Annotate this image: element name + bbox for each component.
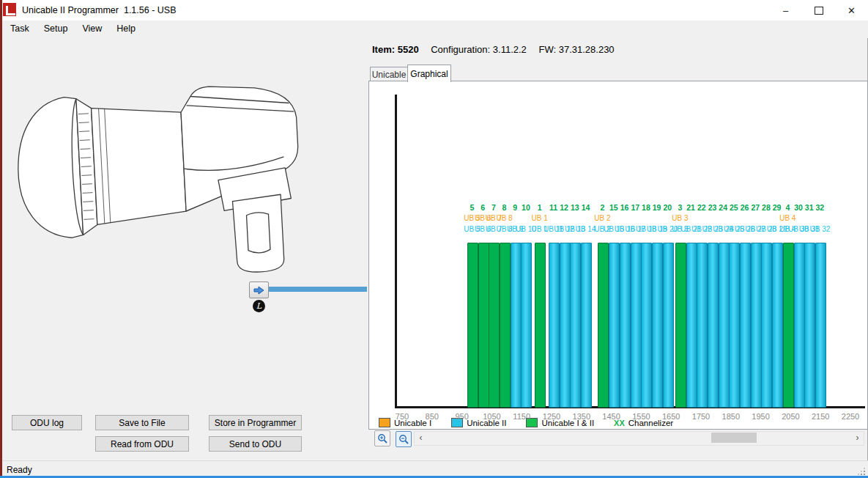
channelizer-number-26: 26 bbox=[741, 203, 749, 212]
axis-tick-label: 850 bbox=[426, 412, 439, 421]
channelizer-number-4: 4 bbox=[785, 203, 790, 212]
menu-bar: TaskSetupViewHelp bbox=[0, 21, 868, 38]
window-title: Unicable II Programmer 1.1.56 - USB bbox=[22, 5, 177, 15]
band-bar-ub14 bbox=[581, 243, 592, 408]
scroll-right-icon[interactable]: › bbox=[851, 432, 864, 444]
legend-swatch-icon bbox=[379, 418, 390, 427]
channelizer-number-9: 9 bbox=[513, 203, 517, 212]
unicable1-ub-label-8: UB 8 bbox=[496, 214, 512, 223]
band-bar-ub11 bbox=[549, 243, 560, 408]
axis-tick-label: 1350 bbox=[573, 412, 590, 421]
lnb-barrel bbox=[92, 103, 187, 224]
band-bar-ub23 bbox=[708, 243, 719, 408]
menu-item-setup[interactable]: Setup bbox=[37, 21, 75, 37]
zoom-out-icon bbox=[398, 434, 409, 445]
unicable1-ub-label-2: UB 2 bbox=[594, 214, 610, 223]
odu-log-button[interactable]: ODU log bbox=[12, 415, 82, 430]
status-text: Ready bbox=[7, 465, 32, 475]
axis-tick-label: 2050 bbox=[782, 412, 799, 421]
device-info-header: Item: 5520 Configuration: 3.11.2.2 FW: 3… bbox=[372, 44, 624, 55]
item-label: Item: bbox=[372, 44, 395, 55]
band-bar-ub22 bbox=[697, 243, 708, 408]
channelizer-number-22: 22 bbox=[697, 203, 706, 212]
maximize-icon[interactable] bbox=[802, 0, 835, 21]
channelizer-number-25: 25 bbox=[730, 203, 738, 212]
window-controls: – ✕ bbox=[769, 0, 868, 21]
band-bar-ub31 bbox=[804, 243, 815, 408]
resize-grip-icon[interactable] bbox=[856, 466, 865, 475]
band-bar-ub17 bbox=[631, 243, 642, 408]
title-bar: Unicable II Programmer 1.1.56 - USB – ✕ bbox=[0, 0, 868, 21]
channelizer-number-16: 16 bbox=[620, 203, 629, 212]
scrollbar-thumb[interactable] bbox=[711, 433, 757, 443]
zoom-in-icon bbox=[377, 433, 388, 444]
channelizer-number-12: 12 bbox=[560, 203, 568, 212]
axis-tick-label: 1650 bbox=[662, 412, 680, 421]
configuration-label: Configuration: bbox=[431, 44, 490, 55]
band-bar-ub4 bbox=[783, 243, 794, 408]
band-bar-ub25 bbox=[729, 243, 740, 408]
chart-horizontal-scrollbar[interactable]: ‹ › bbox=[414, 431, 864, 446]
band-bar-ub2 bbox=[598, 243, 609, 408]
channelizer-number-6: 6 bbox=[481, 203, 485, 212]
band-bar-ub30 bbox=[794, 243, 805, 408]
axis-tick-label: 950 bbox=[455, 412, 468, 421]
zoom-out-button[interactable] bbox=[396, 431, 412, 447]
arrow-right-icon bbox=[253, 286, 264, 295]
band-bar-ub27 bbox=[751, 243, 762, 408]
band-bar-ub15 bbox=[609, 243, 620, 408]
channelizer-number-13: 13 bbox=[571, 203, 579, 212]
read-from-odu-button[interactable]: Read from ODU bbox=[95, 436, 189, 452]
channelizer-number-30: 30 bbox=[794, 203, 803, 212]
channelizer-number-2: 2 bbox=[600, 203, 604, 212]
menu-item-help[interactable]: Help bbox=[109, 21, 143, 37]
band-bar-ub6 bbox=[478, 243, 489, 408]
save-to-file-button[interactable]: Save to File bbox=[95, 415, 189, 430]
axis-tick-label: 1850 bbox=[722, 412, 740, 421]
axis-tick-label: 750 bbox=[396, 412, 409, 421]
band-bar-ub20 bbox=[663, 243, 674, 408]
axis-tick-label: 1950 bbox=[752, 412, 769, 421]
send-to-odu-button[interactable]: Send to ODU bbox=[209, 436, 302, 452]
item-value: 5520 bbox=[398, 44, 419, 55]
unicable2-ub-label-32: UB 32 bbox=[809, 225, 830, 234]
channelizer-number-8: 8 bbox=[502, 203, 507, 212]
lnb-output-button[interactable] bbox=[249, 282, 269, 298]
axis-tick-label: 2250 bbox=[842, 412, 859, 421]
channelizer-number-14: 14 bbox=[582, 203, 590, 212]
minimize-icon[interactable]: – bbox=[769, 0, 802, 21]
window-edge-left bbox=[0, 0, 2, 478]
app-icon bbox=[3, 3, 16, 16]
zoom-in-button[interactable] bbox=[374, 430, 390, 446]
band-bar-ub8 bbox=[500, 243, 511, 408]
channelizer-number-7: 7 bbox=[492, 203, 496, 212]
lnb-port-l-badge: L bbox=[253, 300, 265, 312]
channelizer-number-20: 20 bbox=[663, 203, 672, 212]
channelizer-number-15: 15 bbox=[609, 203, 618, 212]
close-icon[interactable]: ✕ bbox=[835, 0, 868, 21]
band-bar-ub19 bbox=[652, 243, 663, 408]
tab-graphical[interactable]: Graphical bbox=[407, 65, 451, 82]
store-in-programmer-button[interactable]: Store in Programmer bbox=[209, 415, 302, 430]
band-bar-ub21 bbox=[686, 243, 697, 408]
chart-y-axis bbox=[395, 95, 397, 408]
tab-unicable[interactable]: Unicable bbox=[370, 67, 408, 81]
scroll-left-icon[interactable]: ‹ bbox=[415, 432, 427, 444]
axis-tick-label: 1450 bbox=[602, 412, 620, 421]
channelizer-number-21: 21 bbox=[686, 203, 695, 212]
menu-item-view[interactable]: View bbox=[75, 21, 109, 37]
channelizer-number-32: 32 bbox=[816, 203, 825, 212]
channelizer-number-28: 28 bbox=[762, 203, 771, 212]
channelizer-number-27: 27 bbox=[751, 203, 760, 212]
unicable1-ub-label-3: UB 3 bbox=[672, 214, 688, 223]
axis-tick-label: 1150 bbox=[513, 412, 530, 421]
channelizer-number-17: 17 bbox=[631, 203, 639, 212]
menu-item-task[interactable]: Task bbox=[3, 21, 37, 37]
band-bar-ub24 bbox=[719, 243, 730, 408]
channelizer-number-23: 23 bbox=[708, 203, 717, 212]
unicable1-ub-label-1: UB 1 bbox=[532, 214, 548, 223]
fw-value: 37.31.28.230 bbox=[559, 44, 615, 55]
channelizer-number-18: 18 bbox=[642, 203, 650, 212]
band-bar-ub32 bbox=[815, 243, 826, 408]
channelizer-number-5: 5 bbox=[470, 203, 475, 212]
